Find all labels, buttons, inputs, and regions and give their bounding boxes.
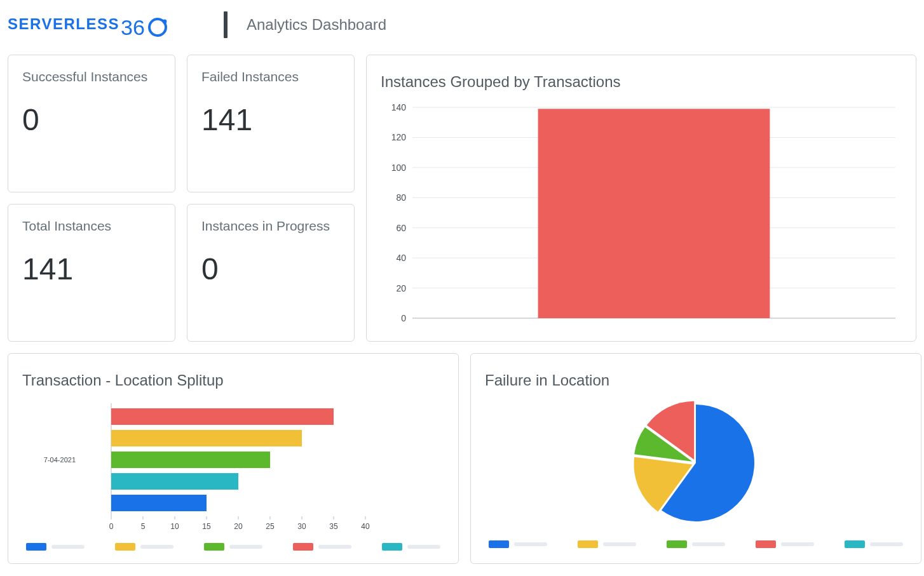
legend-swatch-icon xyxy=(756,540,776,548)
stat-label: Successful Instances xyxy=(22,69,161,84)
legend-swatch-icon xyxy=(26,543,46,551)
legend-swatch-icon xyxy=(845,540,865,548)
svg-rect-42 xyxy=(111,430,302,446)
panel-grouped-by-transactions: Instances Grouped by Transactions 020406… xyxy=(366,55,916,342)
legend-swatch-icon xyxy=(578,540,598,548)
stat-label: Failed Instances xyxy=(201,69,340,84)
svg-rect-41 xyxy=(111,408,334,425)
stat-value: 141 xyxy=(22,251,161,286)
brand-logo: SERVERLESS 36 xyxy=(8,12,205,37)
svg-text:5: 5 xyxy=(141,522,146,531)
svg-rect-44 xyxy=(111,473,238,490)
svg-text:120: 120 xyxy=(391,132,407,142)
svg-rect-45 xyxy=(111,495,207,511)
legend-item xyxy=(26,543,85,551)
legend-line xyxy=(318,545,351,549)
legend-item xyxy=(756,540,814,548)
page-title: Analytics Dashboard xyxy=(247,16,386,34)
svg-text:20: 20 xyxy=(234,522,243,531)
svg-text:20: 20 xyxy=(396,283,406,293)
legend-item xyxy=(115,543,173,551)
panel-title: Failure in Location xyxy=(485,372,907,389)
legend-item xyxy=(382,543,440,551)
legend-swatch-icon xyxy=(489,540,509,548)
legend-item xyxy=(204,543,262,551)
svg-text:7-04-2021: 7-04-2021 xyxy=(44,456,76,464)
svg-text:40: 40 xyxy=(396,253,406,263)
legend-swatch-icon xyxy=(204,543,224,551)
svg-text:15: 15 xyxy=(202,522,211,531)
svg-text:0: 0 xyxy=(401,313,406,323)
svg-text:0: 0 xyxy=(109,522,114,531)
svg-rect-20 xyxy=(538,109,770,318)
legend-swatch-icon xyxy=(382,543,402,551)
legend-swatch-icon xyxy=(293,543,313,551)
svg-text:100: 100 xyxy=(391,163,407,173)
stat-label: Total Instances xyxy=(22,218,161,234)
stat-value: 0 xyxy=(201,251,340,286)
legend-item xyxy=(293,543,351,551)
stat-label: Instances in Progress xyxy=(201,218,340,234)
legend-line xyxy=(781,542,814,546)
svg-text:36: 36 xyxy=(121,15,145,37)
svg-text:80: 80 xyxy=(396,192,406,203)
legend-item xyxy=(489,540,547,548)
top-bar: SERVERLESS 36 Analytics Dashboard xyxy=(8,8,916,55)
stat-value: 141 xyxy=(201,102,340,137)
stat-failed-instances: Failed Instances 141 xyxy=(187,55,355,192)
legend-splitup xyxy=(22,535,444,554)
svg-text:10: 10 xyxy=(170,522,179,531)
panel-title: Instances Grouped by Transactions xyxy=(381,73,902,91)
legend-swatch-icon xyxy=(667,540,687,548)
brand-text: SERVERLESS xyxy=(8,15,119,32)
svg-text:35: 35 xyxy=(329,522,338,531)
panel-transaction-location-splitup: Transaction - Location Splitup 051015202… xyxy=(8,353,459,564)
legend-line xyxy=(603,542,636,546)
legend-item xyxy=(845,540,903,548)
legend-line xyxy=(140,545,173,549)
panel-title: Transaction - Location Splitup xyxy=(22,372,444,389)
chart-transaction-location-splitup: 05101520253035407-04-2021 xyxy=(22,399,429,533)
legend-line xyxy=(51,545,85,549)
legend-line xyxy=(229,545,262,549)
chart-grouped-by-transactions: 020406080100120140 xyxy=(381,101,902,330)
legend-failure xyxy=(485,533,907,552)
legend-item xyxy=(667,540,725,548)
panel-failure-in-location: Failure in Location xyxy=(470,353,921,564)
svg-text:60: 60 xyxy=(396,223,406,233)
stat-instances-in-progress: Instances in Progress 0 xyxy=(187,204,355,342)
legend-line xyxy=(514,542,547,546)
chart-failure-in-location xyxy=(613,399,778,533)
svg-text:30: 30 xyxy=(297,522,306,531)
legend-line xyxy=(407,545,440,549)
legend-line xyxy=(870,542,903,546)
divider-icon xyxy=(224,11,228,38)
legend-line xyxy=(692,542,725,546)
svg-text:25: 25 xyxy=(266,522,275,531)
stat-total-instances: Total Instances 141 xyxy=(8,204,175,342)
stat-successful-instances: Successful Instances 0 xyxy=(8,55,175,192)
svg-text:140: 140 xyxy=(391,102,407,112)
svg-text:40: 40 xyxy=(361,522,370,531)
legend-item xyxy=(578,540,636,548)
svg-point-2 xyxy=(163,20,167,24)
svg-rect-43 xyxy=(111,452,270,468)
serverless360-logo-icon: SERVERLESS 36 xyxy=(8,12,205,37)
legend-swatch-icon xyxy=(115,543,135,551)
stat-value: 0 xyxy=(22,102,161,137)
